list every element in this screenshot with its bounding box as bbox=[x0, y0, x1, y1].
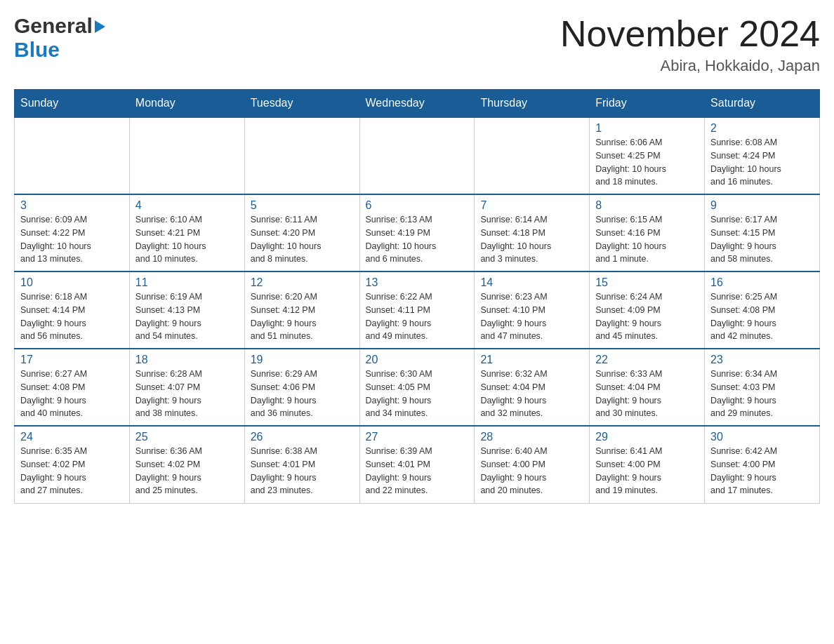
page-header: General Blue November 2024 Abira, Hokkai… bbox=[14, 14, 820, 75]
calendar-cell: 7Sunrise: 6:14 AMSunset: 4:18 PMDaylight… bbox=[475, 194, 590, 271]
day-of-week-header: Saturday bbox=[705, 90, 820, 118]
day-info: Sunrise: 6:35 AMSunset: 4:02 PMDaylight:… bbox=[20, 445, 124, 497]
day-number: 22 bbox=[595, 354, 699, 366]
day-info: Sunrise: 6:32 AMSunset: 4:04 PMDaylight:… bbox=[480, 368, 583, 420]
day-number: 30 bbox=[710, 431, 814, 443]
calendar-cell: 11Sunrise: 6:19 AMSunset: 4:13 PMDayligh… bbox=[129, 271, 244, 349]
calendar-title: November 2024 bbox=[560, 14, 820, 54]
day-info: Sunrise: 6:38 AMSunset: 4:01 PMDaylight:… bbox=[251, 445, 354, 497]
day-of-week-header: Friday bbox=[590, 90, 705, 118]
calendar-cell: 22Sunrise: 6:33 AMSunset: 4:04 PMDayligh… bbox=[590, 349, 705, 426]
day-number: 9 bbox=[710, 199, 814, 212]
day-info: Sunrise: 6:36 AMSunset: 4:02 PMDaylight:… bbox=[135, 445, 239, 497]
day-info: Sunrise: 6:22 AMSunset: 4:11 PMDaylight:… bbox=[366, 290, 469, 343]
day-number: 28 bbox=[480, 431, 583, 443]
day-info: Sunrise: 6:15 AMSunset: 4:16 PMDaylight:… bbox=[595, 213, 699, 266]
calendar-cell: 14Sunrise: 6:23 AMSunset: 4:10 PMDayligh… bbox=[475, 271, 590, 349]
calendar-cell: 4Sunrise: 6:10 AMSunset: 4:21 PMDaylight… bbox=[129, 194, 244, 271]
day-number: 4 bbox=[135, 199, 239, 212]
day-info: Sunrise: 6:34 AMSunset: 4:03 PMDaylight:… bbox=[710, 368, 814, 420]
day-number: 1 bbox=[595, 122, 699, 135]
day-info: Sunrise: 6:08 AMSunset: 4:24 PMDaylight:… bbox=[710, 136, 814, 189]
day-number: 17 bbox=[20, 354, 124, 366]
calendar-cell: 30Sunrise: 6:42 AMSunset: 4:00 PMDayligh… bbox=[705, 426, 820, 503]
day-info: Sunrise: 6:14 AMSunset: 4:18 PMDaylight:… bbox=[480, 213, 583, 266]
calendar-cell: 12Sunrise: 6:20 AMSunset: 4:12 PMDayligh… bbox=[244, 271, 359, 349]
calendar-cell: 10Sunrise: 6:18 AMSunset: 4:14 PMDayligh… bbox=[15, 271, 130, 349]
day-number: 26 bbox=[251, 431, 354, 443]
day-info: Sunrise: 6:29 AMSunset: 4:06 PMDaylight:… bbox=[251, 368, 354, 420]
calendar-cell: 13Sunrise: 6:22 AMSunset: 4:11 PMDayligh… bbox=[359, 271, 475, 349]
logo: General Blue bbox=[14, 14, 105, 62]
day-number: 21 bbox=[480, 354, 583, 366]
calendar-table: SundayMondayTuesdayWednesdayThursdayFrid… bbox=[14, 89, 820, 504]
day-number: 13 bbox=[366, 276, 469, 289]
calendar-cell: 21Sunrise: 6:32 AMSunset: 4:04 PMDayligh… bbox=[475, 349, 590, 426]
day-number: 16 bbox=[710, 276, 814, 289]
calendar-cell: 23Sunrise: 6:34 AMSunset: 4:03 PMDayligh… bbox=[705, 349, 820, 426]
day-info: Sunrise: 6:30 AMSunset: 4:05 PMDaylight:… bbox=[366, 368, 469, 420]
day-number: 20 bbox=[366, 354, 469, 366]
day-info: Sunrise: 6:20 AMSunset: 4:12 PMDaylight:… bbox=[251, 290, 354, 343]
calendar-header-row: SundayMondayTuesdayWednesdayThursdayFrid… bbox=[15, 90, 820, 118]
calendar-cell: 8Sunrise: 6:15 AMSunset: 4:16 PMDaylight… bbox=[590, 194, 705, 271]
calendar-cell: 25Sunrise: 6:36 AMSunset: 4:02 PMDayligh… bbox=[129, 426, 244, 503]
calendar-cell: 28Sunrise: 6:40 AMSunset: 4:00 PMDayligh… bbox=[475, 426, 590, 503]
calendar-cell bbox=[359, 117, 475, 194]
day-number: 12 bbox=[251, 276, 354, 289]
day-number: 29 bbox=[595, 431, 699, 443]
calendar-cell: 26Sunrise: 6:38 AMSunset: 4:01 PMDayligh… bbox=[244, 426, 359, 503]
calendar-cell: 19Sunrise: 6:29 AMSunset: 4:06 PMDayligh… bbox=[244, 349, 359, 426]
calendar-week-row: 10Sunrise: 6:18 AMSunset: 4:14 PMDayligh… bbox=[15, 271, 820, 349]
day-info: Sunrise: 6:19 AMSunset: 4:13 PMDaylight:… bbox=[135, 290, 239, 343]
day-info: Sunrise: 6:25 AMSunset: 4:08 PMDaylight:… bbox=[710, 290, 814, 343]
calendar-cell: 18Sunrise: 6:28 AMSunset: 4:07 PMDayligh… bbox=[129, 349, 244, 426]
day-of-week-header: Tuesday bbox=[244, 90, 359, 118]
day-number: 19 bbox=[251, 354, 354, 366]
calendar-week-row: 3Sunrise: 6:09 AMSunset: 4:22 PMDaylight… bbox=[15, 194, 820, 271]
day-number: 5 bbox=[251, 199, 354, 212]
day-info: Sunrise: 6:11 AMSunset: 4:20 PMDaylight:… bbox=[251, 213, 354, 266]
calendar-cell: 6Sunrise: 6:13 AMSunset: 4:19 PMDaylight… bbox=[359, 194, 475, 271]
day-info: Sunrise: 6:40 AMSunset: 4:00 PMDaylight:… bbox=[480, 445, 583, 497]
calendar-cell bbox=[244, 117, 359, 194]
calendar-week-row: 24Sunrise: 6:35 AMSunset: 4:02 PMDayligh… bbox=[15, 426, 820, 503]
calendar-cell: 24Sunrise: 6:35 AMSunset: 4:02 PMDayligh… bbox=[15, 426, 130, 503]
day-info: Sunrise: 6:33 AMSunset: 4:04 PMDaylight:… bbox=[595, 368, 699, 420]
day-number: 10 bbox=[20, 276, 124, 289]
calendar-cell: 5Sunrise: 6:11 AMSunset: 4:20 PMDaylight… bbox=[244, 194, 359, 271]
day-info: Sunrise: 6:13 AMSunset: 4:19 PMDaylight:… bbox=[366, 213, 469, 266]
calendar-cell: 9Sunrise: 6:17 AMSunset: 4:15 PMDaylight… bbox=[705, 194, 820, 271]
day-number: 25 bbox=[135, 431, 239, 443]
day-number: 11 bbox=[135, 276, 239, 289]
day-number: 27 bbox=[366, 431, 469, 443]
calendar-cell: 20Sunrise: 6:30 AMSunset: 4:05 PMDayligh… bbox=[359, 349, 475, 426]
calendar-cell bbox=[129, 117, 244, 194]
calendar-title-section: November 2024 Abira, Hokkaido, Japan bbox=[560, 14, 820, 75]
day-number: 8 bbox=[595, 199, 699, 212]
day-number: 3 bbox=[20, 199, 124, 212]
logo-blue-text: Blue bbox=[14, 38, 60, 61]
day-number: 23 bbox=[710, 354, 814, 366]
calendar-cell: 27Sunrise: 6:39 AMSunset: 4:01 PMDayligh… bbox=[359, 426, 475, 503]
calendar-week-row: 1Sunrise: 6:06 AMSunset: 4:25 PMDaylight… bbox=[15, 117, 820, 194]
day-number: 6 bbox=[366, 199, 469, 212]
calendar-week-row: 17Sunrise: 6:27 AMSunset: 4:08 PMDayligh… bbox=[15, 349, 820, 426]
day-info: Sunrise: 6:42 AMSunset: 4:00 PMDaylight:… bbox=[710, 445, 814, 497]
day-info: Sunrise: 6:17 AMSunset: 4:15 PMDaylight:… bbox=[710, 213, 814, 266]
day-number: 7 bbox=[480, 199, 583, 212]
logo-general-text: General bbox=[14, 14, 93, 38]
calendar-cell bbox=[15, 117, 130, 194]
calendar-cell: 2Sunrise: 6:08 AMSunset: 4:24 PMDaylight… bbox=[705, 117, 820, 194]
day-number: 2 bbox=[710, 122, 814, 135]
day-of-week-header: Thursday bbox=[475, 90, 590, 118]
day-info: Sunrise: 6:09 AMSunset: 4:22 PMDaylight:… bbox=[20, 213, 124, 266]
calendar-cell: 15Sunrise: 6:24 AMSunset: 4:09 PMDayligh… bbox=[590, 271, 705, 349]
calendar-cell: 1Sunrise: 6:06 AMSunset: 4:25 PMDaylight… bbox=[590, 117, 705, 194]
day-info: Sunrise: 6:10 AMSunset: 4:21 PMDaylight:… bbox=[135, 213, 239, 266]
calendar-cell: 29Sunrise: 6:41 AMSunset: 4:00 PMDayligh… bbox=[590, 426, 705, 503]
day-info: Sunrise: 6:06 AMSunset: 4:25 PMDaylight:… bbox=[595, 136, 699, 189]
day-number: 18 bbox=[135, 354, 239, 366]
calendar-subtitle: Abira, Hokkaido, Japan bbox=[560, 57, 820, 75]
day-of-week-header: Sunday bbox=[15, 90, 130, 118]
